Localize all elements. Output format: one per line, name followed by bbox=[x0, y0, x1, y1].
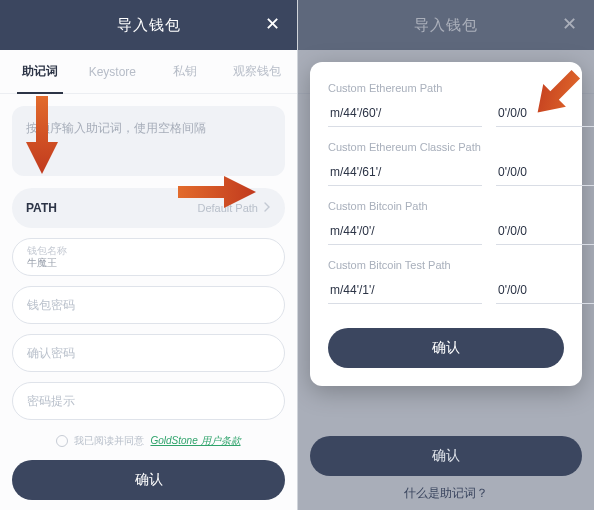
password-hint-field[interactable]: 密码提示 bbox=[12, 382, 285, 420]
path-right-btc[interactable] bbox=[496, 218, 594, 245]
group-label-btc-test: Custom Bitcoin Test Path bbox=[328, 259, 564, 271]
terms-row[interactable]: 我已阅读并同意 GoldStone 用户条款 bbox=[12, 434, 285, 448]
path-right-btc-test[interactable] bbox=[496, 277, 594, 304]
confirm-password-label: 确认密码 bbox=[27, 339, 270, 367]
path-left-etc[interactable] bbox=[328, 159, 482, 186]
tab-keystore[interactable]: Keystore bbox=[76, 50, 148, 93]
path-row[interactable]: PATH Default Path bbox=[12, 188, 285, 228]
bg-confirm-button: 确认 bbox=[310, 436, 582, 476]
tab-private-key[interactable]: 私钥 bbox=[149, 50, 221, 93]
path-label: PATH bbox=[26, 201, 197, 215]
checkbox-icon[interactable] bbox=[56, 435, 68, 447]
confirm-password-field[interactable]: 确认密码 bbox=[12, 334, 285, 372]
body: 按顺序输入助记词，使用空格间隔 PATH Default Path 钱包名称 牛… bbox=[0, 94, 297, 448]
screen-left: 导入钱包 ✕ 助记词 Keystore 私钥 观察钱包 按顺序输入助记词，使用空… bbox=[0, 0, 297, 510]
path-left-eth[interactable] bbox=[328, 100, 482, 127]
group-label-eth: Custom Ethereum Path bbox=[328, 82, 564, 94]
wallet-password-label: 钱包密码 bbox=[27, 291, 270, 319]
path-pair-eth bbox=[328, 100, 564, 127]
wallet-password-field[interactable]: 钱包密码 bbox=[12, 286, 285, 324]
header-title: 导入钱包 bbox=[117, 16, 181, 35]
wallet-name-value: 牛魔王 bbox=[27, 257, 270, 269]
path-value: Default Path bbox=[197, 202, 258, 214]
screen-right: 导入钱包 ✕ 助记词 Keystore 私钥 观察钱包 确认 什么是助记词？ C… bbox=[297, 0, 594, 510]
path-left-btc-test[interactable] bbox=[328, 277, 482, 304]
path-pair-btc bbox=[328, 218, 564, 245]
bg-what-is-mnemonic-link: 什么是助记词？ bbox=[298, 485, 594, 502]
terms-prefix: 我已阅读并同意 bbox=[74, 434, 144, 448]
path-right-etc[interactable] bbox=[496, 159, 594, 186]
group-label-btc: Custom Bitcoin Path bbox=[328, 200, 564, 212]
tabs: 助记词 Keystore 私钥 观察钱包 bbox=[0, 50, 297, 94]
chevron-right-icon bbox=[264, 202, 271, 214]
confirm-button[interactable]: 确认 bbox=[12, 460, 285, 500]
path-modal: Custom Ethereum Path Custom Ethereum Cla… bbox=[310, 62, 582, 386]
path-pair-btc-test bbox=[328, 277, 564, 304]
path-pair-etc bbox=[328, 159, 564, 186]
path-right-eth[interactable] bbox=[496, 100, 594, 127]
modal-confirm-button[interactable]: 确认 bbox=[328, 328, 564, 368]
mnemonic-input[interactable]: 按顺序输入助记词，使用空格间隔 bbox=[12, 106, 285, 176]
terms-link[interactable]: GoldStone 用户条款 bbox=[150, 434, 240, 448]
group-label-etc: Custom Ethereum Classic Path bbox=[328, 141, 564, 153]
header: 导入钱包 ✕ bbox=[0, 0, 297, 50]
close-icon[interactable]: ✕ bbox=[263, 14, 283, 34]
tab-watch-wallet[interactable]: 观察钱包 bbox=[221, 50, 293, 93]
wallet-name-label: 钱包名称 bbox=[27, 245, 270, 257]
wallet-name-field[interactable]: 钱包名称 牛魔王 bbox=[12, 238, 285, 276]
password-hint-label: 密码提示 bbox=[27, 387, 270, 415]
path-left-btc[interactable] bbox=[328, 218, 482, 245]
tab-mnemonic[interactable]: 助记词 bbox=[4, 50, 76, 93]
